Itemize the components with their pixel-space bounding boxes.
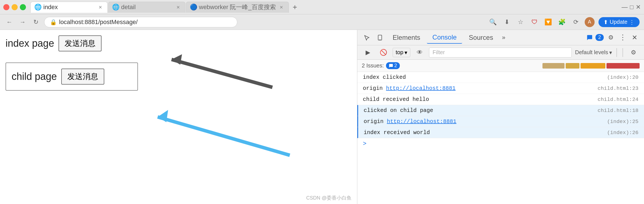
default-levels-selector[interactable]: Default levels ▾ (575, 49, 612, 56)
download-icon[interactable]: ⬇ (502, 17, 512, 27)
console-clear-icon[interactable]: 🚫 (377, 46, 389, 59)
tabs-bar: 🌐 index ✕ 🌐 detail ✕ 🔵 webworker 阮一峰_百度搜… (30, 2, 617, 13)
window-close-icon[interactable]: ✕ (636, 4, 641, 11)
prompt-symbol: > (363, 140, 366, 147)
tab-favicon-index: 🌐 (35, 4, 41, 10)
forward-button[interactable]: → (18, 17, 28, 27)
console-location-5: (index):25 (607, 119, 638, 125)
new-tab-button[interactable]: + (289, 2, 300, 13)
sync-icon[interactable]: ⟳ (571, 17, 581, 27)
divider2 (622, 48, 623, 57)
devtools-more-vert-icon[interactable]: ⋮ (618, 33, 627, 42)
bookmark-icon[interactable]: ☆ (516, 17, 526, 27)
shield-icon[interactable]: 🛡 (529, 17, 539, 27)
color-bar-3 (581, 63, 605, 69)
tab-close-detail[interactable]: ✕ (175, 4, 181, 10)
tab-favicon-baidu: 🔵 (191, 4, 196, 10)
address-icons: 🔍 ⬇ ☆ 🛡 🔽 🧩 ⟳ A ⬆ Update ⋮ (488, 17, 640, 27)
console-eye-icon[interactable]: 👁 (414, 46, 426, 59)
issues-badge: 2 (386, 62, 400, 69)
devtools-toolbar: Elements Console Sources » 2 ⚙ ⋮ ✕ (357, 30, 644, 45)
console-location-4: child.html:18 (598, 108, 638, 114)
color-bar-4 (606, 63, 640, 69)
lock-icon: 🔒 (50, 19, 57, 25)
minimize-traffic-light[interactable] (12, 4, 18, 10)
tab-baidu[interactable]: 🔵 webworker 阮一峰_百度搜索 ✕ (186, 2, 289, 13)
traffic-lights (3, 4, 26, 10)
tab-close-index[interactable]: ✕ (97, 4, 103, 10)
child-send-button[interactable]: 发送消息 (61, 69, 104, 85)
extension-icon[interactable]: 🧩 (557, 17, 567, 27)
avatar[interactable]: A (585, 17, 595, 27)
console-settings-icon[interactable]: ⚙ (627, 46, 640, 59)
console-filter-input[interactable]: Filter (429, 48, 572, 57)
update-label: Update (610, 19, 628, 25)
tab-title-detail: detail (121, 4, 172, 11)
tab-elements[interactable]: Elements (387, 32, 426, 44)
svg-marker-3 (158, 110, 168, 122)
profile-icon[interactable]: 🔽 (543, 17, 553, 27)
svg-marker-1 (172, 54, 182, 65)
back-button[interactable]: ← (4, 17, 14, 27)
console-prompt[interactable]: > (357, 138, 644, 150)
color-bar-2 (566, 63, 579, 69)
tab-sources[interactable]: Sources (463, 32, 499, 44)
devtools-settings-icon[interactable]: ⚙ (605, 32, 617, 44)
child-page-area: child page 发送消息 (12, 69, 132, 85)
tab-close-baidu[interactable]: ✕ (279, 4, 284, 10)
console-location-1: (index):20 (607, 74, 638, 80)
console-row-1: index clicked (index):20 (357, 72, 644, 83)
devtools-badge: 2 (595, 34, 604, 41)
tab-index[interactable]: 🌐 index ✕ (30, 2, 108, 13)
update-chevron: ⋮ (629, 19, 635, 25)
window-minimize-icon[interactable]: — (622, 4, 628, 11)
console-text-1: index clicked (363, 74, 406, 80)
colored-bars (542, 63, 640, 69)
divider1 (616, 48, 617, 57)
index-send-button[interactable]: 发送消息 (58, 35, 102, 51)
search-icon[interactable]: 🔍 (488, 17, 498, 27)
maximize-traffic-light[interactable] (20, 4, 26, 10)
issues-chat-icon (389, 64, 393, 68)
address-bar[interactable]: 🔒 localhost:8881/postMessage/ (44, 17, 237, 27)
console-location-2: child.html:23 (598, 85, 638, 91)
index-page-label: index page (6, 38, 54, 49)
window-maximize-icon[interactable]: □ (630, 4, 634, 11)
devtools-device-icon[interactable] (374, 32, 386, 44)
svg-line-2 (158, 117, 290, 155)
close-traffic-light[interactable] (3, 4, 9, 10)
update-button[interactable]: ⬆ Update ⋮ (598, 17, 640, 27)
console-row-2: origin http://localhost:8881 child.html:… (357, 83, 644, 94)
top-context-selector[interactable]: top ▾ (393, 48, 410, 57)
page-content: index page 发送消息 child page 发送消息 CSDN @委香… (0, 30, 357, 204)
chat-icon (587, 35, 593, 41)
console-location-6: (index):26 (607, 130, 638, 136)
devtools-cursor-icon[interactable] (361, 32, 373, 44)
console-text-2: origin http://localhost:8881 (363, 85, 456, 91)
reload-button[interactable]: ↻ (31, 17, 41, 27)
index-page-area: index page 发送消息 (6, 35, 352, 51)
tab-console[interactable]: Console (427, 32, 462, 44)
console-link-5[interactable]: http://localhost:8881 (387, 118, 456, 125)
console-text-6: index received world (364, 129, 430, 136)
console-row-6: index received world (index):26 (357, 127, 644, 138)
console-link-2[interactable]: http://localhost:8881 (386, 85, 456, 91)
console-text-4: clicked on child page (364, 107, 433, 114)
console-run-icon[interactable]: ▶ (362, 46, 374, 59)
devtools-panel: Elements Console Sources » 2 ⚙ ⋮ ✕ (357, 30, 644, 204)
console-output: index clicked (index):20 origin http://l… (357, 72, 644, 204)
console-row-5: origin http://localhost:8881 (index):25 (357, 116, 644, 127)
devtools-more-tabs[interactable]: » (500, 34, 507, 41)
main-area: index page 发送消息 child page 发送消息 CSDN @委香… (0, 30, 644, 204)
console-toolbar: ▶ 🚫 top ▾ 👁 Filter Default levels ▾ ⚙ (357, 45, 644, 60)
tab-title-baidu: webworker 阮一峰_百度搜索 (199, 3, 276, 11)
issues-label: 2 Issues: (362, 62, 384, 69)
top-label: top (396, 49, 403, 56)
svg-line-0 (172, 59, 272, 87)
color-bar-1 (542, 63, 565, 69)
console-row-4: clicked on child page child.html:18 (357, 105, 644, 116)
filter-placeholder: Filter (433, 49, 445, 56)
tab-detail[interactable]: 🌐 detail ✕ (108, 2, 185, 13)
devtools-close-button[interactable]: ✕ (629, 32, 641, 44)
console-text-3: child received hello (363, 96, 429, 103)
